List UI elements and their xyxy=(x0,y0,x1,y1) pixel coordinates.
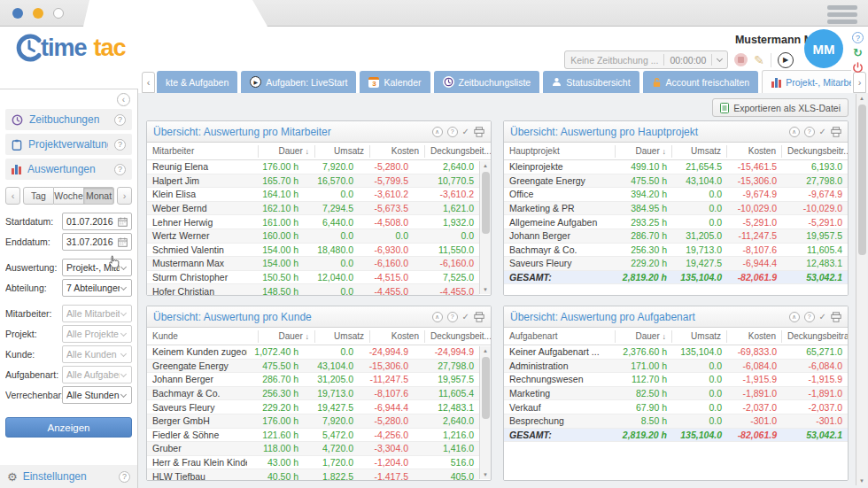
menu-icon[interactable] xyxy=(827,5,857,24)
column-header-kosten[interactable]: Kosten xyxy=(727,145,782,158)
time-tracking-widget[interactable]: Keine Zeitbuchung ... 00:00:00 xyxy=(564,50,728,69)
table-row[interactable]: Gruber118.00 h4,720.0-3,304.01,416.0 xyxy=(147,442,479,456)
column-header-kosten[interactable]: Kosten xyxy=(370,145,425,158)
date-input-enddatum[interactable]: 31.07.2016 xyxy=(62,233,132,251)
help-icon[interactable]: ? xyxy=(114,164,126,175)
column-header-aufgabenart[interactable]: Aufgabenart xyxy=(504,330,616,343)
panel-help-icon[interactable]: ? xyxy=(447,312,458,322)
select-projekt[interactable]: Alle Projekte xyxy=(62,325,132,343)
table-row[interactable]: Marketing & PR384.95 h0.0-10,029.0-10,02… xyxy=(504,202,848,216)
table-row[interactable]: Administration171.00 h0.0-6,084.0-6,084.… xyxy=(504,360,848,374)
check-icon[interactable]: ✓ xyxy=(819,127,826,136)
table-row[interactable]: Bachmayr & Co.256.30 h19,713.0-8,107.611… xyxy=(147,387,479,401)
scroll-up-icon[interactable]: ▲ xyxy=(483,161,488,170)
table-row[interactable]: Office394.20 h0.0-9,674.9-9,674.9 xyxy=(504,188,848,202)
scroll-down-icon[interactable]: ▼ xyxy=(483,470,488,479)
table-row[interactable]: Keiner Aufgabenart ...2,376.60 h135,104.… xyxy=(504,345,848,360)
stop-icon[interactable] xyxy=(734,53,748,66)
table-row[interactable]: Kleinprojekte499.10 h21,654.5-15,461.56,… xyxy=(504,160,848,174)
table-row[interactable]: Halpert Jim165.70 h16,570.0-5,799.510,77… xyxy=(147,174,479,189)
print-icon[interactable] xyxy=(831,312,841,322)
collapse-panel-icon[interactable]: ∧ xyxy=(789,312,800,322)
collapse-panel-icon[interactable]: ∧ xyxy=(789,127,800,137)
sidebar-item-einstellungen[interactable]: ⚙ Einstellungen ? xyxy=(0,465,137,488)
avatar[interactable]: MM xyxy=(804,29,843,68)
period-prev-button[interactable]: ‹ xyxy=(5,187,20,205)
print-icon[interactable] xyxy=(474,312,484,322)
scrollbar-thumb[interactable] xyxy=(482,172,490,234)
table-row[interactable]: Greengate Energy475.50 h43,104.0-15,306.… xyxy=(147,360,479,374)
table-row[interactable]: Mustermann Max154.00 h0.0-6,160.0-6,160.… xyxy=(147,257,479,271)
table-row[interactable]: Johann Berger286.70 h31,205.0-11,247.519… xyxy=(504,229,848,244)
table-row[interactable]: Lehner Herwig161.00 h6,440.0-4,508.01,93… xyxy=(147,215,479,229)
scrollbar-thumb[interactable] xyxy=(858,105,866,255)
edit-icon[interactable]: ✎ xyxy=(754,54,764,66)
table-row[interactable]: Marketing82.50 h0.0-1,891.0-1,891.0 xyxy=(504,387,848,401)
table-row[interactable]: Rechnungswesen112.70 h0.0-1,915.9-1,915.… xyxy=(504,373,848,387)
period-tag[interactable]: Tag xyxy=(23,187,54,205)
table-row[interactable]: Bachmayr & Co.256.30 h19,713.0-8,107.611… xyxy=(504,244,848,258)
total-row[interactable]: GESAMT:2,819.20 h135,104.0-82,061.953,04… xyxy=(504,271,848,285)
chevron-down-icon[interactable] xyxy=(717,56,723,62)
sidebar-item-projektverwaltung[interactable]: Projektverwaltung? xyxy=(5,134,132,155)
table-row[interactable]: Sturm Christopher150.50 h12,040.0-4,515.… xyxy=(147,271,479,285)
table-row[interactable]: Berger GmbH176.00 h7,920.0-5,280.02,640.… xyxy=(147,414,479,429)
print-icon[interactable] xyxy=(474,127,484,137)
table-row[interactable]: Klein Elisa164.10 h0.0-3,610.2-3,610.2 xyxy=(147,188,479,202)
table-row[interactable]: Hofer Christian148.50 h0.0-4,455.0-4,455… xyxy=(147,284,479,295)
period-next-button[interactable]: › xyxy=(117,187,132,205)
tab-zeitbuchungsliste[interactable]: Zeitbuchungsliste xyxy=(434,71,540,93)
sidebar-item-zeitbuchungen[interactable]: Zeitbuchungen? xyxy=(5,109,132,130)
help-icon[interactable]: ? xyxy=(119,471,130,483)
check-icon[interactable]: ✓ xyxy=(462,127,469,136)
column-header-kunde[interactable]: Kunde xyxy=(147,330,259,343)
table-row[interactable]: HLW Tiefbau40.50 h1,822.5-1,417.5405.0 xyxy=(147,469,479,480)
total-row[interactable]: GESAMT:2,819.20 h135,104.0-82,061.953,04… xyxy=(504,429,848,443)
table-row[interactable]: Reunig Elena176.00 h7,920.0-5,280.02,640… xyxy=(147,160,479,174)
browser-tab[interactable] xyxy=(83,0,267,27)
panel-help-icon[interactable]: ? xyxy=(804,127,815,137)
column-header-hauptprojekt[interactable]: Hauptprojekt xyxy=(504,145,616,158)
table-row[interactable]: Herr & Frau Klein Kinderspielzeug43.00 h… xyxy=(147,456,479,470)
tab-aufgaben-livestart[interactable]: ▶Aufgaben: LiveStart xyxy=(241,71,356,93)
power-icon[interactable] xyxy=(852,62,864,74)
window-button-white[interactable] xyxy=(53,8,64,19)
tab-kte-aufgaben[interactable]: kte & Aufgaben xyxy=(157,71,237,93)
column-header-umsatz[interactable]: Umsatz xyxy=(315,330,370,343)
column-header-umsatz[interactable]: Umsatz xyxy=(672,145,727,158)
window-button-yellow[interactable] xyxy=(33,8,43,19)
tab-kalender[interactable]: 3Kalender xyxy=(360,71,430,93)
column-header-deckungsbeit[interactable]: Deckungsbeit... xyxy=(425,330,491,343)
table-row[interactable]: Besprechung8.50 h0.0-301.0-301.0 xyxy=(504,414,848,429)
column-header-kosten[interactable]: Kosten xyxy=(370,330,425,343)
column-header-deckungsbeitr[interactable]: Deckungsbeitr... xyxy=(782,145,848,158)
column-header-mitarbeiter[interactable]: Mitarbeiter xyxy=(147,145,259,158)
column-header-umsatz[interactable]: Umsatz xyxy=(672,330,727,343)
play-button[interactable]: ▶ xyxy=(778,52,794,68)
column-header-dauer[interactable]: Dauer ↓ xyxy=(259,330,315,343)
window-button-blue[interactable] xyxy=(12,8,23,19)
sidebar-collapse-button[interactable]: ‹ xyxy=(117,93,130,106)
tab-projekt-mitarbeiter-kunden-aufgabenartauswertung[interactable]: Projekt-, Mitarbeiter, Kunden- Aufgabena… xyxy=(762,70,851,93)
panel-scrollbar[interactable]: ▲▼ xyxy=(479,346,491,479)
table-row[interactable]: Saveurs Fleury229.20 h19,427.5-6,944.412… xyxy=(147,400,479,414)
table-row[interactable]: Weber Bernd162.10 h7,294.5-5,673.51,621.… xyxy=(147,202,479,216)
collapse-panel-icon[interactable]: ∧ xyxy=(432,312,443,322)
scroll-up-icon[interactable]: ▲ xyxy=(859,94,864,103)
column-header-kosten[interactable]: Kosten xyxy=(727,330,782,343)
tab-scroll-left[interactable]: ‹ xyxy=(142,72,155,93)
select-verrechenbar[interactable]: Alle Stunden xyxy=(62,386,132,404)
check-icon[interactable]: ✓ xyxy=(819,312,826,321)
panel-help-icon[interactable]: ? xyxy=(447,127,458,137)
select-aufgabenart[interactable]: Alle Aufgabena xyxy=(62,366,132,383)
check-icon[interactable]: ✓ xyxy=(462,312,469,321)
tab-statusübersicht[interactable]: Statusübersicht xyxy=(543,71,639,93)
scroll-down-icon[interactable]: ▼ xyxy=(859,476,864,485)
table-row[interactable]: Schmied Valentin154.00 h18,480.0-6,930.0… xyxy=(147,244,479,258)
date-input-startdatum[interactable]: 01.07.2016 xyxy=(62,213,132,230)
table-row[interactable]: Wertz Werner160.00 h0.00.00.0 xyxy=(147,229,479,244)
panel-help-icon[interactable]: ? xyxy=(804,312,815,322)
help-icon[interactable]: ? xyxy=(852,32,864,43)
sidebar-item-auswertungen[interactable]: Auswertungen? xyxy=(5,159,132,180)
column-header-dauer[interactable]: Dauer ↓ xyxy=(259,145,315,158)
